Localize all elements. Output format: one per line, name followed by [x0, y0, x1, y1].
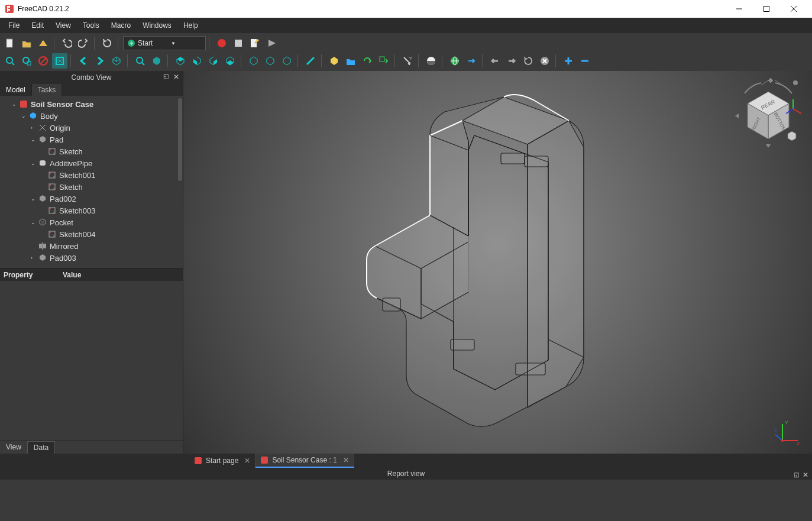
tree-row[interactable]: ⌄Pad002: [1, 193, 182, 205]
nav-back-button[interactable]: [76, 53, 91, 69]
open-file-button[interactable]: [19, 35, 34, 51]
redo-button[interactable]: [76, 35, 91, 51]
whats-this-button[interactable]: ?: [400, 53, 415, 69]
part-button[interactable]: [326, 53, 342, 69]
isometric-button[interactable]: [109, 53, 124, 69]
macro-record-button[interactable]: [214, 35, 229, 51]
model-tree[interactable]: ⌄ Soil Sensor Case ⌄ Body ›Origin⌄PadSke…: [0, 96, 183, 268]
tree-row[interactable]: ›Pad003: [1, 252, 182, 264]
save-button[interactable]: [35, 35, 51, 51]
tree-row[interactable]: Mirrored: [1, 240, 182, 252]
close-tab-icon[interactable]: ✕: [343, 456, 349, 464]
menu-macro[interactable]: Macro: [105, 19, 137, 32]
link-button[interactable]: [360, 53, 375, 69]
tree-row[interactable]: ⌄Pocket: [1, 216, 182, 228]
minimize-button[interactable]: [726, 0, 753, 18]
tree-body[interactable]: ⌄ Body: [1, 110, 182, 122]
tree-toggle-icon[interactable]: ⌄: [21, 113, 28, 119]
tree-label: Sketch003: [59, 206, 95, 215]
tree-row[interactable]: ⌄AdditivePipe: [1, 157, 182, 169]
next-button[interactable]: [504, 53, 519, 69]
view-left-button[interactable]: [263, 53, 278, 69]
pad-icon: [38, 135, 47, 144]
tree-row[interactable]: Sketch: [1, 181, 182, 193]
tree-doc-root[interactable]: ⌄ Soil Sensor Case: [1, 98, 182, 110]
menu-edit[interactable]: Edit: [25, 19, 50, 32]
tree-scrollbar[interactable]: [178, 98, 182, 181]
refresh-button[interactable]: [99, 35, 115, 51]
view-front2-button[interactable]: [189, 53, 205, 69]
undo-button[interactable]: [59, 35, 75, 51]
nav-forward-button[interactable]: [92, 53, 108, 69]
close-tab-icon[interactable]: ✕: [244, 457, 250, 465]
tree-row[interactable]: ›Origin: [1, 122, 182, 134]
workbench-selector[interactable]: Start ▼: [123, 36, 206, 50]
menu-file[interactable]: File: [2, 19, 25, 32]
view-rear-button[interactable]: [222, 53, 238, 69]
doc-tab-sensor[interactable]: Soil Sensor Case : 1 ✕: [255, 454, 354, 468]
svg-point-45: [53, 212, 54, 213]
link-actions-button[interactable]: [376, 53, 392, 69]
menu-view[interactable]: View: [50, 19, 77, 32]
web-next-button[interactable]: [464, 53, 479, 69]
bounding-box-button[interactable]: [52, 53, 67, 69]
view-bottom-button[interactable]: [246, 53, 261, 69]
panel-float-icon[interactable]: ◱: [794, 469, 799, 481]
zoom-out-button[interactable]: [577, 53, 593, 69]
panel-close-icon[interactable]: ✕: [173, 73, 179, 81]
navigation-cube[interactable]: REAR BOTTOM RIGHT: [733, 77, 804, 148]
3d-viewport[interactable]: REAR BOTTOM RIGHT: [183, 71, 812, 454]
menu-windows[interactable]: Windows: [137, 19, 177, 32]
tree-row[interactable]: Sketch: [1, 145, 182, 157]
tree-toggle-icon[interactable]: ›: [31, 125, 38, 131]
zoom-in-button[interactable]: [561, 53, 576, 69]
macro-edit-button[interactable]: [247, 35, 263, 51]
draw-style-button[interactable]: [35, 53, 51, 69]
tree-row[interactable]: Sketch003: [1, 205, 182, 216]
appearance-button[interactable]: [423, 53, 439, 69]
macro-stop-button[interactable]: [231, 35, 246, 51]
macro-play-button[interactable]: [264, 35, 279, 51]
svg-rect-30: [20, 101, 27, 108]
tree-toggle-icon[interactable]: ⌄: [31, 219, 38, 225]
reload-button[interactable]: [520, 53, 536, 69]
panel-close-icon[interactable]: ✕: [803, 469, 808, 481]
tree-toggle-icon[interactable]: ⌄: [31, 137, 38, 143]
web-button[interactable]: [447, 53, 462, 69]
prev-button[interactable]: [487, 53, 503, 69]
panel-float-icon[interactable]: ◱: [163, 73, 169, 79]
tree-row[interactable]: Sketch001: [1, 169, 182, 181]
tree-row[interactable]: Sketch004: [1, 228, 182, 240]
close-button[interactable]: [780, 0, 807, 18]
new-file-button[interactable]: [2, 35, 18, 51]
app-title: FreeCAD 0.21.2: [18, 5, 69, 13]
tree-label: Pad: [50, 135, 63, 144]
view-right-button[interactable]: [206, 53, 221, 69]
menu-help[interactable]: Help: [177, 19, 204, 32]
tree-row[interactable]: ⌄Pad: [1, 134, 182, 145]
tab-model[interactable]: Model: [0, 84, 32, 96]
tree-toggle-icon[interactable]: ⌄: [12, 101, 19, 107]
view-iso-button[interactable]: [279, 53, 295, 69]
report-view-body[interactable]: [0, 480, 812, 521]
view-top-button[interactable]: [173, 53, 188, 69]
tab-tasks[interactable]: Tasks: [32, 84, 63, 96]
tab-data[interactable]: Data: [27, 441, 55, 454]
view-front-button[interactable]: [149, 53, 164, 69]
tab-view[interactable]: View: [0, 441, 27, 454]
maximize-button[interactable]: [753, 0, 780, 18]
tree-toggle-icon[interactable]: ⌄: [31, 160, 38, 166]
zoom-button[interactable]: [132, 53, 148, 69]
fit-selection-button[interactable]: [19, 53, 34, 69]
measure-button[interactable]: [303, 53, 318, 69]
group-button[interactable]: [343, 53, 358, 69]
menu-tools[interactable]: Tools: [77, 19, 105, 32]
stop-load-button[interactable]: [537, 53, 552, 69]
doc-tab-start[interactable]: Start page ✕: [189, 454, 255, 468]
tree-toggle-icon[interactable]: ⌄: [31, 196, 38, 202]
app-logo-icon: [5, 4, 14, 14]
svg-rect-78: [195, 457, 202, 464]
tree-label: Body: [40, 112, 58, 121]
tree-toggle-icon[interactable]: ›: [31, 255, 38, 261]
fit-all-button[interactable]: [2, 53, 18, 69]
